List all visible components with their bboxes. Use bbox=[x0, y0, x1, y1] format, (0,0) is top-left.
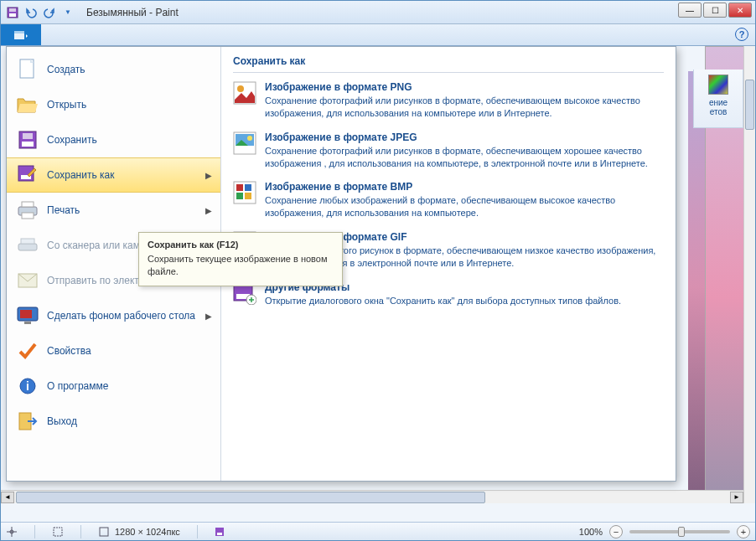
scroll-left-button[interactable]: ◄ bbox=[1, 492, 14, 503]
format-desc: Сохранение любых изображений в формате, … bbox=[265, 194, 664, 219]
menu-label: Сохранить bbox=[47, 134, 97, 146]
content-area: ение етов Создать Открыть Сохранить bbox=[1, 46, 755, 522]
svg-rect-8 bbox=[23, 133, 33, 139]
format-item-jpeg[interactable]: Изображение в формате JPEG Сохранение фо… bbox=[233, 131, 664, 170]
folder-open-icon bbox=[17, 94, 39, 116]
separator bbox=[197, 525, 198, 538]
help-icon[interactable]: ? bbox=[735, 28, 748, 41]
menu-label: Сделать фоном рабочего стола bbox=[47, 310, 195, 322]
selection-size bbox=[52, 526, 64, 538]
tooltip: Сохранить как (F12) Сохранить текущее из… bbox=[138, 232, 343, 286]
svg-point-27 bbox=[247, 136, 252, 141]
edit-colors-group[interactable]: ение етов bbox=[693, 70, 743, 128]
format-desc: Сохранение фотографий или рисунков в фор… bbox=[265, 95, 664, 120]
menu-item-print[interactable]: Печать ▶ bbox=[7, 193, 220, 228]
svg-rect-7 bbox=[22, 142, 34, 147]
menu-item-save[interactable]: Сохранить bbox=[7, 122, 220, 157]
menu-label: Выход bbox=[47, 415, 77, 427]
save-icon[interactable] bbox=[4, 4, 21, 21]
format-title: Изображение в формате BMP bbox=[265, 181, 664, 193]
menu-item-desktop-bg[interactable]: Сделать фоном рабочего стола ▶ bbox=[7, 298, 220, 333]
svg-point-24 bbox=[237, 85, 244, 92]
new-document-icon bbox=[17, 59, 39, 80]
format-desc: Открытие диалогового окна "Сохранить как… bbox=[265, 295, 621, 307]
svg-rect-40 bbox=[54, 528, 62, 536]
menu-item-save-as[interactable]: Сохранить как ▶ bbox=[7, 157, 220, 193]
zoom-in-button[interactable]: + bbox=[737, 525, 750, 538]
separator bbox=[34, 525, 35, 538]
chevron-right-icon: ▶ bbox=[205, 206, 212, 215]
info-icon: i bbox=[17, 375, 39, 397]
hscroll-track[interactable] bbox=[14, 492, 730, 503]
minimize-button[interactable]: — bbox=[678, 3, 702, 18]
file-size bbox=[215, 527, 225, 537]
svg-rect-43 bbox=[217, 533, 222, 535]
maximize-button[interactable]: ☐ bbox=[703, 3, 727, 18]
menu-item-about[interactable]: i О программе bbox=[7, 368, 220, 404]
panel-title: Сохранить как bbox=[233, 55, 664, 73]
close-button[interactable]: ✕ bbox=[728, 3, 752, 18]
canvas-dimensions: 1280 × 1024пкс bbox=[98, 526, 180, 538]
file-menu-tab[interactable] bbox=[1, 24, 41, 45]
ribbon-tabs: ? bbox=[1, 24, 755, 46]
format-item-bmp[interactable]: Изображение в формате BMP Сохранение люб… bbox=[233, 181, 664, 219]
menu-label: Печать bbox=[47, 204, 80, 216]
format-desc: Сохранение фотографий или рисунков в фор… bbox=[265, 145, 664, 170]
zoom-value: 100% bbox=[579, 527, 603, 537]
svg-rect-13 bbox=[22, 213, 34, 219]
menu-label: О программе bbox=[47, 380, 108, 392]
dimensions-icon bbox=[98, 526, 110, 538]
horizontal-scroll-thumb[interactable] bbox=[16, 492, 485, 503]
zoom-slider-thumb[interactable] bbox=[678, 527, 685, 537]
chevron-right-icon: ▶ bbox=[205, 312, 212, 321]
menu-label: Создать bbox=[47, 64, 85, 75]
titlebar: ▼ Безымянный - Paint — ☐ ✕ bbox=[1, 1, 755, 24]
tooltip-body: Сохранить текущее изображение в новом фа… bbox=[148, 253, 334, 279]
scroll-right-button[interactable]: ► bbox=[730, 492, 743, 503]
menu-item-create[interactable]: Создать bbox=[7, 52, 220, 87]
edit-colors-label-1: ение bbox=[694, 98, 743, 107]
menu-item-open[interactable]: Открыть bbox=[7, 87, 220, 122]
exit-icon bbox=[17, 410, 39, 432]
svg-rect-30 bbox=[245, 184, 251, 191]
svg-rect-19 bbox=[24, 322, 31, 324]
printer-icon bbox=[17, 199, 39, 221]
paint-window: ▼ Безымянный - Paint — ☐ ✕ ? ение етов bbox=[0, 0, 756, 541]
horizontal-scrollbar[interactable]: ◄ ► bbox=[1, 490, 743, 503]
canvas-image-strip bbox=[688, 71, 705, 503]
menu-label: Открыть bbox=[47, 99, 86, 111]
qat-customize-icon[interactable]: ▼ bbox=[60, 4, 76, 21]
format-title: Изображение в формате PNG bbox=[265, 81, 664, 93]
svg-rect-32 bbox=[245, 193, 251, 199]
zoom-controls: 100% − + bbox=[579, 525, 750, 538]
tooltip-title: Сохранить как (F12) bbox=[148, 240, 334, 250]
email-icon bbox=[17, 270, 39, 291]
undo-icon[interactable] bbox=[23, 4, 39, 21]
bmp-icon bbox=[233, 181, 256, 204]
svg-rect-4 bbox=[14, 31, 24, 33]
statusbar: 1280 × 1024пкс 100% − + bbox=[1, 522, 755, 540]
svg-rect-12 bbox=[22, 202, 34, 207]
jpeg-icon bbox=[233, 131, 256, 155]
dimensions-text: 1280 × 1024пкс bbox=[115, 527, 180, 537]
format-title: Изображение в формате JPEG bbox=[265, 131, 664, 143]
menu-item-properties[interactable]: Свойства bbox=[7, 333, 220, 368]
chevron-right-icon: ▶ bbox=[205, 171, 212, 180]
color-palette-icon bbox=[708, 75, 728, 95]
menu-label: Сохранить как bbox=[47, 169, 114, 181]
vertical-scroll-thumb[interactable] bbox=[745, 80, 754, 130]
svg-rect-31 bbox=[236, 193, 243, 199]
vertical-scrollbar[interactable] bbox=[743, 46, 755, 503]
svg-rect-14 bbox=[18, 244, 37, 250]
window-title: Безымянный - Paint bbox=[86, 7, 179, 18]
redo-icon[interactable] bbox=[41, 4, 58, 21]
zoom-slider[interactable] bbox=[629, 530, 730, 533]
svg-rect-41 bbox=[100, 528, 108, 536]
menu-item-exit[interactable]: Выход bbox=[7, 404, 220, 439]
save-as-icon bbox=[17, 164, 39, 186]
format-item-png[interactable]: Изображение в формате PNG Сохранение фот… bbox=[233, 81, 664, 120]
svg-rect-15 bbox=[21, 239, 34, 244]
desktop-icon bbox=[17, 305, 39, 327]
zoom-out-button[interactable]: − bbox=[609, 525, 623, 538]
svg-rect-29 bbox=[236, 184, 243, 191]
